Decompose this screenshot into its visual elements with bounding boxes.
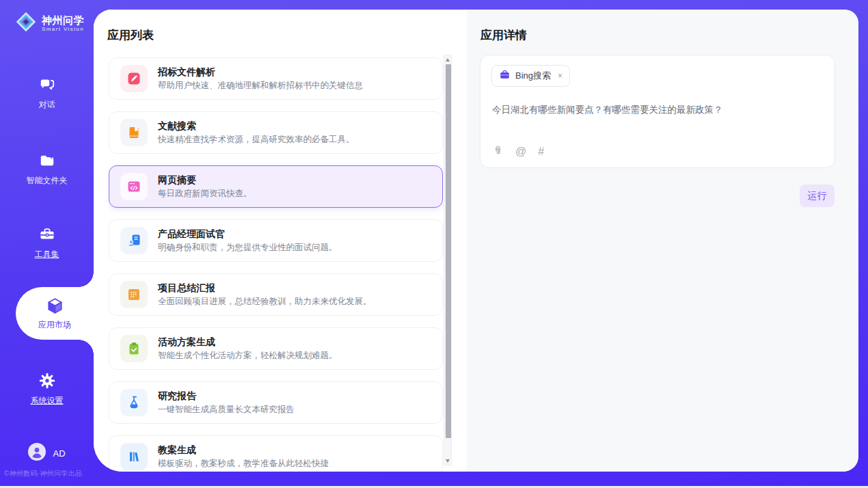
literature-search-icon bbox=[120, 119, 148, 146]
tool-chip-label: Bing搜索 bbox=[515, 70, 551, 82]
tender-doc-icon bbox=[120, 65, 148, 92]
list-item[interactable]: 教案生成模板驱动，教案秒成，教学准备从此轻松快捷 bbox=[109, 435, 443, 472]
brand-logo: 神州问学 Smart Vision bbox=[15, 11, 84, 36]
main-panel: 应用列表 招标文件解析帮助用户快速、准确地理解和解析招标书中的关键信息文献搜索快… bbox=[94, 10, 858, 472]
sidebar-item-label: 系统设置 bbox=[0, 395, 94, 407]
attach-toolbar: @ # bbox=[492, 145, 544, 159]
prompt-card[interactable]: Bing搜索 × 今日湖北有哪些新闻要点？有哪些需要关注的最新政策？ @ # bbox=[480, 55, 835, 168]
app-name: 研究报告 bbox=[158, 390, 295, 401]
app-name: 活动方案生成 bbox=[158, 336, 338, 347]
brand-name: 神州问学 bbox=[42, 14, 84, 26]
app-description: 全面回顾项目进展，总结经验教训，助力未来优化发展。 bbox=[158, 297, 372, 307]
app-list-panel: 应用列表 招标文件解析帮助用户快速、准确地理解和解析招标书中的关键信息文献搜索快… bbox=[94, 10, 467, 472]
chat-icon bbox=[38, 76, 56, 94]
sidebar-item-label: 对话 bbox=[0, 99, 94, 111]
list-item[interactable]: 活动方案生成智能生成个性化活动方案，轻松解决规划难题。 bbox=[109, 327, 443, 370]
list-item[interactable]: 网页摘要每日政府新闻资讯快查。 bbox=[109, 165, 443, 208]
brand-subtitle: Smart Vision bbox=[42, 26, 84, 33]
paperclip-icon[interactable] bbox=[492, 145, 504, 159]
research-report-icon bbox=[120, 389, 148, 416]
sidebar-item-label: 工具集 bbox=[0, 249, 94, 260]
app-name: 产品经理面试官 bbox=[158, 228, 338, 239]
scrollbar-down-arrow[interactable] bbox=[444, 457, 451, 465]
toolbox-icon bbox=[38, 226, 56, 244]
sidebar-item-cube[interactable]: 应用市场 bbox=[16, 287, 94, 340]
person-avatar-icon bbox=[28, 443, 46, 463]
list-item[interactable]: 文献搜索快速精准查找学术资源，提高研究效率的必备工具。 bbox=[109, 111, 443, 154]
app-description: 模板驱动，教案秒成，教学准备从此轻松快捷 bbox=[158, 459, 329, 469]
briefcase-icon bbox=[499, 69, 511, 83]
copyright-text: ©神州数码·神州问学出品 bbox=[4, 469, 82, 478]
app-name: 教案生成 bbox=[158, 444, 329, 455]
at-sign-icon[interactable]: @ bbox=[515, 146, 526, 157]
chip-close-icon[interactable]: × bbox=[558, 71, 562, 81]
app-description: 帮助用户快速、准确地理解和解析招标书中的关键信息 bbox=[158, 81, 363, 91]
event-plan-icon bbox=[120, 335, 148, 362]
scrollbar-thumb[interactable] bbox=[446, 64, 451, 438]
app-description: 每日政府新闻资讯快查。 bbox=[158, 189, 252, 199]
list-item[interactable]: 项目总结汇报全面回顾项目进展，总结经验教训，助力未来优化发展。 bbox=[109, 273, 443, 316]
scrollbar-up-arrow[interactable] bbox=[444, 55, 451, 64]
sidebar-item-chat[interactable]: 对话 bbox=[0, 76, 94, 111]
tool-chip[interactable]: Bing搜索 × bbox=[491, 65, 570, 87]
gear-icon bbox=[38, 372, 56, 390]
app-detail-panel: 应用详情 Bing搜索 × 今日湖北有哪些新闻要点？有哪些需要关注的最新政策？ bbox=[467, 10, 858, 472]
app-detail-title: 应用详情 bbox=[480, 27, 527, 43]
lesson-plan-icon bbox=[120, 443, 148, 470]
app-name: 网页摘要 bbox=[158, 174, 252, 185]
user-initials: AD bbox=[53, 448, 65, 459]
cube-icon bbox=[46, 297, 64, 315]
list-item[interactable]: 招标文件解析帮助用户快速、准确地理解和解析招标书中的关键信息 bbox=[109, 57, 443, 100]
project-summary-icon bbox=[120, 281, 148, 308]
sidebar-item-label: 应用市场 bbox=[16, 319, 94, 331]
sidebar-item-label: 智能文件夹 bbox=[0, 175, 94, 187]
sidebar: 神州问学 Smart Vision 对话智能文件夹工具集应用市场系统设置 AD … bbox=[0, 0, 94, 488]
app-name: 文献搜索 bbox=[158, 120, 355, 131]
diamond-logo-icon bbox=[15, 11, 37, 36]
app-description: 快速精准查找学术资源，提高研究效率的必备工具。 bbox=[158, 135, 355, 145]
hash-icon[interactable]: # bbox=[538, 146, 544, 157]
app-description: 智能生成个性化活动方案，轻松解决规划难题。 bbox=[158, 351, 338, 361]
list-item[interactable]: 产品经理面试官明确身份和职责，为您提供专业性的面试问题。 bbox=[109, 219, 443, 262]
web-summary-icon bbox=[120, 173, 148, 200]
prompt-text[interactable]: 今日湖北有哪些新闻要点？有哪些需要关注的最新政策？ bbox=[492, 103, 821, 116]
user-badge[interactable]: AD bbox=[0, 443, 94, 463]
app-description: 明确身份和职责，为您提供专业性的面试问题。 bbox=[158, 243, 338, 253]
list-item[interactable]: 研究报告一键智能生成高质量长文本研究报告 bbox=[109, 381, 443, 424]
app-name: 项目总结汇报 bbox=[158, 282, 372, 293]
run-button[interactable]: 运行 bbox=[800, 185, 835, 207]
app-name: 招标文件解析 bbox=[158, 66, 363, 77]
sidebar-item-toolbox[interactable]: 工具集 bbox=[0, 226, 94, 260]
scrollbar[interactable] bbox=[444, 55, 452, 465]
sidebar-item-folder[interactable]: 智能文件夹 bbox=[0, 152, 94, 187]
folder-icon bbox=[38, 152, 56, 170]
app-list: 招标文件解析帮助用户快速、准确地理解和解析招标书中的关键信息文献搜索快速精准查找… bbox=[109, 57, 443, 472]
sidebar-item-gear[interactable]: 系统设置 bbox=[0, 372, 94, 407]
app-list-title: 应用列表 bbox=[107, 27, 154, 43]
app-description: 一键智能生成高质量长文本研究报告 bbox=[158, 405, 295, 415]
pm-interviewer-icon bbox=[120, 227, 148, 254]
